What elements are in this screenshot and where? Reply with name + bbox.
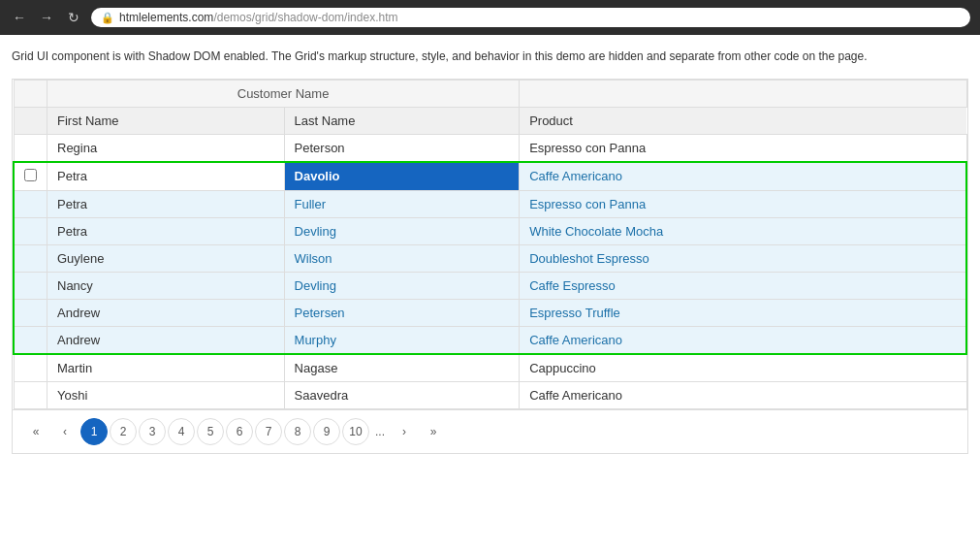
product-link[interactable]: Caffe Espresso xyxy=(529,278,616,293)
url-text: htmlelements.com/demos/grid/shadow-dom/i… xyxy=(119,11,397,24)
last-name-cell[interactable]: Murphy xyxy=(284,326,520,354)
first-name-cell: Regina xyxy=(47,134,285,162)
last-name-cell: Peterson xyxy=(284,134,520,162)
table-row[interactable]: YoshiSaavedraCaffe Americano xyxy=(14,381,966,408)
product-link[interactable]: Doubleshot Espresso xyxy=(529,251,649,266)
table-row[interactable]: AndrewMurphyCaffe Americano xyxy=(14,326,966,354)
checkbox-cell[interactable] xyxy=(14,134,47,162)
first-name-cell: Martin xyxy=(47,354,285,382)
product-cell[interactable]: Doubleshot Espresso xyxy=(520,244,966,272)
table-row[interactable]: AndrewPetersenEspresso Truffle xyxy=(14,299,966,326)
header-checkbox-spacer xyxy=(14,80,47,107)
last-name-link[interactable]: Fuller xyxy=(295,197,327,211)
product-link[interactable]: Espresso Truffle xyxy=(529,306,620,320)
last-name-link[interactable]: Wilson xyxy=(295,251,332,266)
last-page-button[interactable]: » xyxy=(420,418,447,445)
address-bar[interactable]: 🔒 htmlelements.com/demos/grid/shadow-dom… xyxy=(91,8,970,27)
checkbox-cell[interactable] xyxy=(14,299,47,326)
refresh-button[interactable]: ↻ xyxy=(64,8,83,27)
page-6-button[interactable]: 6 xyxy=(226,418,253,445)
product-link[interactable]: Caffe Americano xyxy=(529,333,622,347)
last-name-link[interactable]: Devling xyxy=(295,224,336,239)
last-name-cell[interactable]: Wilson xyxy=(284,244,520,272)
table-row[interactable]: ReginaPetersonEspresso con Panna xyxy=(14,134,966,162)
info-bar: Grid UI component is with Shadow DOM ena… xyxy=(12,43,968,71)
customer-name-header: Customer Name xyxy=(47,80,520,107)
table-row[interactable]: PetraFullerEspresso con Panna xyxy=(14,190,966,217)
forward-button[interactable]: → xyxy=(37,8,56,27)
product-cell[interactable]: Caffe Americano xyxy=(520,326,966,354)
checkbox-cell[interactable] xyxy=(14,381,47,408)
checkbox-cell[interactable] xyxy=(14,162,47,191)
table-row[interactable]: GuyleneWilsonDoubleshot Espresso xyxy=(14,244,966,272)
last-name-cell[interactable]: Devling xyxy=(284,217,520,244)
first-name-cell: Petra xyxy=(47,162,285,191)
checkbox-cell[interactable] xyxy=(14,326,47,354)
page-3-button[interactable]: 3 xyxy=(139,418,166,445)
lock-icon: 🔒 xyxy=(101,12,114,24)
page-8-button[interactable]: 8 xyxy=(284,418,311,445)
browser-chrome: ← → ↻ 🔒 htmlelements.com/demos/grid/shad… xyxy=(0,0,980,35)
page-9-button[interactable]: 9 xyxy=(313,418,340,445)
col-header-row: First Name Last Name Product xyxy=(14,107,966,134)
row-checkbox[interactable] xyxy=(24,169,37,181)
back-button[interactable]: ← xyxy=(10,8,29,27)
col-last-name: Last Name xyxy=(284,107,520,134)
data-grid: Customer Name First Name Last Name Produ… xyxy=(13,80,967,409)
page-10-button[interactable]: 10 xyxy=(342,418,369,445)
last-name-cell[interactable]: Petersen xyxy=(284,299,520,326)
header-group-row: Customer Name xyxy=(14,80,966,107)
first-name-cell: Petra xyxy=(47,190,285,217)
first-name-cell: Nancy xyxy=(47,272,285,299)
table-row[interactable]: MartinNagaseCappuccino xyxy=(14,354,966,382)
prev-page-button[interactable]: ‹ xyxy=(51,418,79,445)
last-name-cell[interactable]: Fuller xyxy=(284,190,520,217)
checkbox-cell[interactable] xyxy=(14,217,47,244)
page-2-button[interactable]: 2 xyxy=(110,418,137,445)
page-5-button[interactable]: 5 xyxy=(197,418,224,445)
col-product: Product xyxy=(520,107,966,134)
first-name-cell: Andrew xyxy=(47,299,285,326)
first-name-cell: Petra xyxy=(47,217,285,244)
product-cell: Caffe Americano xyxy=(520,162,966,191)
table-body: ReginaPetersonEspresso con PannaPetraDav… xyxy=(14,134,966,408)
table-row[interactable]: PetraDevlingWhite Chocolate Mocha xyxy=(14,217,966,244)
pagination: « ‹ 1 2 3 4 5 6 7 8 9 10 ... › » xyxy=(13,409,967,453)
last-name-cell[interactable]: Devling xyxy=(284,272,520,299)
first-name-cell: Andrew xyxy=(47,326,285,354)
first-name-cell: Guylene xyxy=(47,244,285,272)
last-name-cell: Davolio xyxy=(284,162,520,191)
product-link[interactable]: Espresso con Panna xyxy=(529,197,646,211)
col-first-name: First Name xyxy=(47,107,285,134)
next-page-button[interactable]: › xyxy=(391,418,418,445)
table-row[interactable]: PetraDavolioCaffe Americano xyxy=(14,162,966,191)
page-ellipsis: ... xyxy=(371,425,389,438)
product-cell[interactable]: White Chocolate Mocha xyxy=(520,217,966,244)
checkbox-cell[interactable] xyxy=(14,354,47,382)
first-page-button[interactable]: « xyxy=(22,418,49,445)
product-cell: Caffe Americano xyxy=(520,381,966,408)
last-name-link[interactable]: Petersen xyxy=(295,306,345,320)
last-name-link[interactable]: Devling xyxy=(295,278,336,293)
product-cell[interactable]: Caffe Espresso xyxy=(520,272,966,299)
last-name-link[interactable]: Murphy xyxy=(295,333,336,347)
checkbox-cell[interactable] xyxy=(14,244,47,272)
col-checkbox-header xyxy=(14,107,47,134)
page-1-button[interactable]: 1 xyxy=(80,418,108,445)
product-cell[interactable]: Espresso Truffle xyxy=(520,299,966,326)
grid-container: Customer Name First Name Last Name Produ… xyxy=(12,79,968,454)
product-cell: Cappuccino xyxy=(520,354,966,382)
page-content: Grid UI component is with Shadow DOM ena… xyxy=(0,35,980,469)
page-4-button[interactable]: 4 xyxy=(168,418,195,445)
checkbox-cell[interactable] xyxy=(14,190,47,217)
first-name-cell: Yoshi xyxy=(47,381,285,408)
product-header-spacer xyxy=(520,80,966,107)
checkbox-cell[interactable] xyxy=(14,272,47,299)
product-link[interactable]: White Chocolate Mocha xyxy=(529,224,663,239)
last-name-cell: Nagase xyxy=(284,354,520,382)
table-row[interactable]: NancyDevlingCaffe Espresso xyxy=(14,272,966,299)
product-cell[interactable]: Espresso con Panna xyxy=(520,190,966,217)
last-name-cell: Saavedra xyxy=(284,381,520,408)
product-cell: Espresso con Panna xyxy=(520,134,966,162)
page-7-button[interactable]: 7 xyxy=(255,418,282,445)
